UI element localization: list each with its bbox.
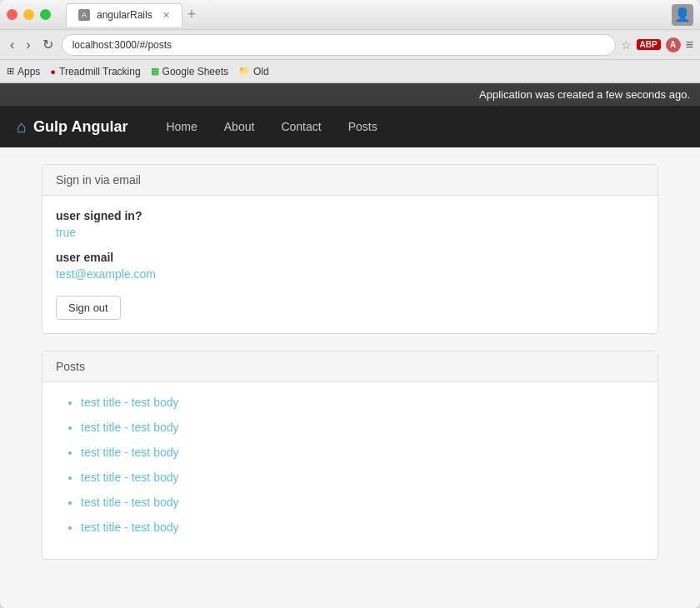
title-bar: A angularRails ✕ + 👤 bbox=[0, 0, 700, 30]
tab-bar: A angularRails ✕ + bbox=[66, 3, 672, 27]
sign-in-card-header: Sign in via email bbox=[42, 165, 658, 196]
bookmark-treadmill-label: Treadmill Tracking bbox=[59, 66, 141, 77]
post-link[interactable]: test title - test body bbox=[81, 396, 179, 409]
nav-posts[interactable]: Posts bbox=[335, 107, 391, 146]
posts-card-header: Posts bbox=[42, 351, 658, 382]
post-link[interactable]: test title - test body bbox=[81, 471, 179, 484]
window-controls bbox=[7, 9, 51, 20]
list-item[interactable]: test title - test body bbox=[81, 396, 644, 409]
apps-icon: ⊞ bbox=[7, 66, 14, 77]
list-item[interactable]: test title - test body bbox=[81, 446, 644, 459]
tab-close-icon[interactable]: ✕ bbox=[162, 10, 170, 21]
bookmark-sheets[interactable]: ▦ Google Sheets bbox=[151, 66, 228, 77]
app-navbar: ⌂ Gulp Angular Home About Contact Posts bbox=[0, 106, 700, 147]
post-link[interactable]: test title - test body bbox=[81, 496, 179, 509]
refresh-button[interactable]: ↻ bbox=[39, 35, 57, 54]
list-item[interactable]: test title - test body bbox=[81, 496, 644, 509]
posts-list: test title - test bodytest title - test … bbox=[56, 396, 644, 534]
tab-label: angularRails bbox=[97, 9, 152, 21]
browser-window: A angularRails ✕ + 👤 ‹ › ↻ ☆ ABP A ≡ ⊞ A… bbox=[0, 0, 700, 608]
sheets-icon: ▦ bbox=[151, 66, 159, 77]
close-button[interactable] bbox=[7, 9, 18, 20]
email-value: test@example.com bbox=[56, 267, 644, 281]
brand-label: Gulp Angular bbox=[33, 118, 128, 136]
page-content: Application was created a few seconds ag… bbox=[0, 83, 700, 608]
extension-a-icon[interactable]: A bbox=[666, 37, 681, 52]
list-item[interactable]: test title - test body bbox=[81, 421, 644, 434]
address-input[interactable] bbox=[62, 34, 616, 56]
post-link[interactable]: test title - test body bbox=[81, 446, 179, 459]
post-link[interactable]: test title - test body bbox=[81, 421, 179, 434]
email-label: user email bbox=[56, 251, 644, 264]
bookmark-treadmill[interactable]: ● Treadmill Tracking bbox=[50, 66, 140, 77]
nav-home[interactable]: Home bbox=[152, 107, 210, 146]
maximize-button[interactable] bbox=[40, 9, 51, 20]
bookmark-sheets-label: Google Sheets bbox=[162, 66, 228, 77]
tab-favicon: A bbox=[78, 9, 90, 21]
sign-out-button[interactable]: Sign out bbox=[56, 296, 121, 320]
notification-bar: Application was created a few seconds ag… bbox=[0, 83, 700, 106]
post-link[interactable]: test title - test body bbox=[81, 521, 179, 534]
address-bar-row: ‹ › ↻ ☆ ABP A ≡ bbox=[0, 30, 700, 60]
bookmark-apps-label: Apps bbox=[18, 66, 40, 77]
active-tab[interactable]: A angularRails ✕ bbox=[66, 3, 182, 27]
old-icon: 📁 bbox=[238, 66, 250, 77]
nav-about[interactable]: About bbox=[211, 107, 268, 146]
signed-in-value: true bbox=[56, 226, 644, 239]
posts-card: Posts test title - test bodytest title -… bbox=[42, 351, 658, 560]
nav-contact[interactable]: Contact bbox=[268, 107, 334, 146]
menu-icon[interactable]: ≡ bbox=[686, 37, 693, 52]
new-tab-button[interactable]: + bbox=[182, 6, 202, 23]
notification-text: Application was created a few seconds ag… bbox=[479, 88, 690, 101]
list-item[interactable]: test title - test body bbox=[81, 521, 644, 534]
list-item[interactable]: test title - test body bbox=[81, 471, 644, 484]
sign-in-card-body: user signed in? true user email test@exa… bbox=[42, 196, 658, 333]
back-button[interactable]: ‹ bbox=[7, 36, 18, 54]
profile-button[interactable]: 👤 bbox=[672, 4, 693, 26]
bookmark-old[interactable]: 📁 Old bbox=[238, 66, 269, 77]
brand[interactable]: ⌂ Gulp Angular bbox=[17, 117, 128, 137]
bookmark-old-label: Old bbox=[253, 66, 269, 77]
bookmarks-bar: ⊞ Apps ● Treadmill Tracking ▦ Google She… bbox=[0, 60, 700, 83]
toolbar-icons: ☆ ABP A ≡ bbox=[621, 37, 693, 52]
forward-button[interactable]: › bbox=[22, 36, 33, 54]
sign-in-card: Sign in via email user signed in? true u… bbox=[42, 164, 658, 334]
bookmark-star-icon[interactable]: ☆ bbox=[621, 38, 632, 52]
home-icon: ⌂ bbox=[17, 117, 27, 137]
main-area: Sign in via email user signed in? true u… bbox=[25, 164, 675, 560]
profile-icon: 👤 bbox=[674, 7, 691, 22]
nav-links: Home About Contact Posts bbox=[152, 107, 390, 146]
minimize-button[interactable] bbox=[23, 9, 34, 20]
signed-in-label: user signed in? bbox=[56, 209, 644, 222]
posts-card-body: test title - test bodytest title - test … bbox=[42, 382, 658, 559]
bookmark-apps[interactable]: ⊞ Apps bbox=[7, 66, 40, 77]
adblock-icon[interactable]: ABP bbox=[637, 39, 661, 50]
treadmill-icon: ● bbox=[50, 67, 56, 77]
